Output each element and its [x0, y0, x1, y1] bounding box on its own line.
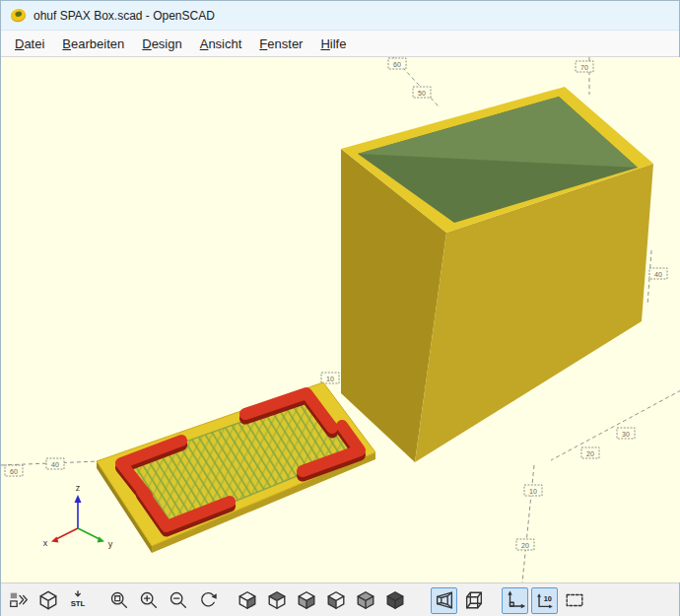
view-front-button[interactable]	[352, 587, 378, 614]
y-axis-label: y	[108, 539, 113, 549]
show-axes-button[interactable]	[502, 587, 528, 614]
view-toolbar: STL	[1, 582, 679, 616]
stl-label: STL	[70, 599, 85, 608]
window-title: ohuf SPAX Box.scad - OpenSCAD	[34, 9, 215, 23]
svg-text:10: 10	[529, 488, 537, 495]
show-axes-icon	[505, 589, 526, 611]
view-front-icon	[355, 589, 376, 611]
export-stl-button[interactable]: STL	[64, 587, 91, 614]
view-all-button[interactable]	[561, 587, 587, 614]
view-left-button[interactable]	[322, 587, 349, 614]
menu-ansicht[interactable]: Ansicht	[191, 33, 251, 55]
svg-text:10: 10	[326, 376, 334, 382]
zoom-out-icon	[168, 589, 189, 611]
3d-viewport[interactable]: 60 40 60 50 70 40 30 20 10 20 10	[1, 57, 680, 582]
zoom-out-button[interactable]	[165, 587, 191, 614]
svg-text:70: 70	[580, 64, 588, 71]
reset-view-icon	[197, 589, 219, 611]
orthogonal-view-button[interactable]	[460, 587, 487, 614]
show-scale-markers-icon: 10	[534, 589, 556, 611]
view-all-icon	[564, 589, 585, 611]
menu-hilfe[interactable]: Hilfe	[311, 33, 355, 55]
svg-text:40: 40	[654, 271, 662, 278]
zoom-all-icon	[108, 589, 130, 611]
zoom-all-button[interactable]	[105, 587, 132, 614]
view-top-icon	[266, 589, 288, 611]
svg-text:20: 20	[586, 450, 594, 457]
view-left-icon	[325, 589, 347, 611]
show-scale-markers-button[interactable]: 10	[531, 587, 558, 614]
menu-fenster[interactable]: Fenster	[250, 33, 311, 55]
perspective-view-icon	[434, 589, 455, 611]
x-axis-label: x	[43, 538, 48, 548]
svg-text:50: 50	[418, 90, 426, 97]
openscad-logo-icon	[10, 7, 27, 24]
view-right-icon	[237, 589, 258, 611]
svg-text:40: 40	[51, 461, 59, 468]
orthogonal-view-icon	[463, 589, 485, 611]
show-edges-button[interactable]	[34, 587, 61, 614]
view-bottom-icon	[296, 589, 317, 611]
toolbar-overflow-icon	[8, 589, 30, 611]
toolbar-overflow-button[interactable]	[5, 587, 32, 614]
scale-10-label: 10	[543, 594, 551, 603]
viewport-panel: 60 40 60 50 70 40 30 20 10 20 10	[1, 57, 679, 582]
svg-text:60: 60	[10, 468, 18, 475]
menu-datei[interactable]: Datei	[6, 33, 53, 55]
openscad-window: ohuf SPAX Box.scad - OpenSCAD Datei Bear…	[0, 0, 680, 616]
export-stl-icon: STL	[67, 589, 89, 611]
svg-text:30: 30	[622, 431, 630, 438]
view-right-button[interactable]	[234, 587, 260, 614]
z-axis-label: z	[76, 483, 81, 493]
zoom-in-icon	[138, 589, 160, 611]
svg-text:60: 60	[393, 61, 401, 68]
zoom-in-button[interactable]	[135, 587, 162, 614]
menu-bar: Datei Bearbeiten Design Ansicht Fenster …	[1, 31, 679, 57]
title-bar[interactable]: ohuf SPAX Box.scad - OpenSCAD	[1, 1, 679, 31]
reset-view-button[interactable]	[194, 587, 221, 614]
menu-bearbeiten[interactable]: Bearbeiten	[53, 33, 133, 55]
menu-design[interactable]: Design	[133, 33, 190, 55]
view-back-button[interactable]	[381, 587, 408, 614]
perspective-view-button[interactable]	[431, 587, 457, 614]
wireframe-cube-icon	[37, 589, 59, 611]
view-top-button[interactable]	[263, 587, 290, 614]
view-back-icon	[384, 589, 406, 611]
svg-text:20: 20	[521, 542, 529, 549]
view-bottom-button[interactable]	[293, 587, 319, 614]
